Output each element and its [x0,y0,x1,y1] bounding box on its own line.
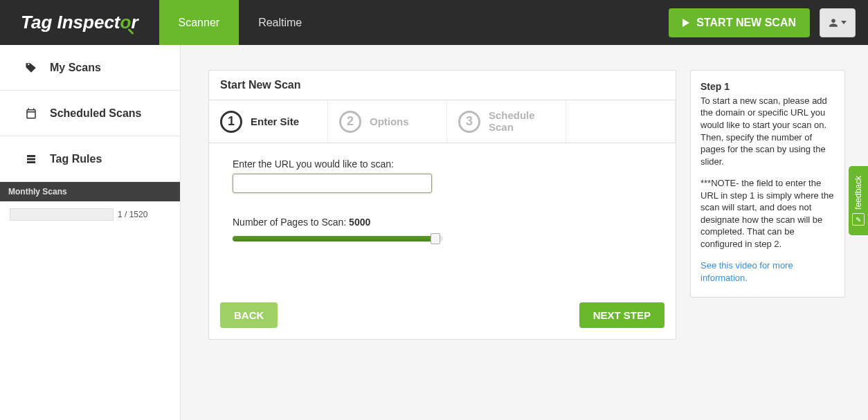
start-new-scan-button[interactable]: START NEW SCAN [669,8,810,37]
topbar: Tag Inspector Scanner Realtime START NEW… [0,0,868,45]
wizard-step-3[interactable]: 3 ScheduleScan [447,100,566,143]
pages-label: Number of Pages to Scan: 5000 [233,217,652,228]
sidebar-item-label: My Scans [50,62,101,74]
main-content: Start New Scan 1 Enter Site 2 Options 3 … [181,45,868,420]
sidebar-item-tag-rules[interactable]: Tag Rules [0,136,180,182]
next-step-button[interactable]: NEXT STEP [579,302,664,328]
wizard-title: Start New Scan [209,71,676,100]
slider-handle[interactable] [431,233,440,244]
pages-value: 5000 [349,217,370,228]
pages-slider[interactable] [233,232,443,244]
user-icon [829,18,838,28]
url-field-label: Enter the URL you would like to scan: [233,158,652,170]
monthly-scans-progress: 1 / 1520 [0,201,180,228]
help-paragraph-2: ***NOTE- the field to enter the URL in s… [700,177,836,250]
nav-tabs: Scanner Realtime [159,0,322,45]
topbar-right: START NEW SCAN [669,0,868,45]
monthly-scans-label: Monthly Scans [0,182,180,201]
help-card: Step 1 To start a new scan, please add t… [690,70,845,298]
wizard-step-spacer [566,100,676,143]
chevron-down-icon [841,21,847,24]
step-label: Enter Site [251,116,299,127]
logo-o: o [120,12,132,33]
nav-tab-realtime[interactable]: Realtime [239,0,321,45]
step-label: Options [370,116,409,127]
list-icon [25,153,37,165]
feedback-icon: ✎ [852,213,865,226]
sidebar-item-scheduled-scans[interactable]: Scheduled Scans [0,91,180,136]
progress-text: 1 / 1520 [118,210,147,219]
user-menu-button[interactable] [820,8,856,37]
logo: Tag Inspector [0,0,159,45]
play-icon [682,19,689,27]
help-paragraph-1: To start a new scan, please add the doma… [700,95,836,167]
layout: My Scans Scheduled Scans Tag Rules Month… [0,45,868,420]
feedback-label: feedback [853,176,863,210]
nav-tab-scanner[interactable]: Scanner [159,0,239,45]
sidebar: My Scans Scheduled Scans Tag Rules Month… [0,45,181,420]
wizard-body: Enter the URL you would like to scan: Nu… [209,143,676,291]
pages-prefix: Number of Pages to Scan: [233,217,349,228]
step-number-icon: 3 [458,111,480,133]
wizard-steps: 1 Enter Site 2 Options 3 ScheduleScan [209,100,676,143]
step-number-icon: 1 [220,111,242,133]
step-number-icon: 2 [339,111,361,133]
start-new-scan-label: START NEW SCAN [696,17,796,29]
wizard-step-2[interactable]: 2 Options [328,100,447,143]
help-video-link[interactable]: See this video for more information. [700,260,793,283]
calendar-icon [25,107,37,120]
pages-row: Number of Pages to Scan: 5000 [233,217,652,244]
logo-text-1: Tag Inspect [21,12,120,33]
sidebar-item-label: Scheduled Scans [50,107,142,120]
wizard-step-1[interactable]: 1 Enter Site [209,100,328,143]
back-button[interactable]: BACK [220,302,278,328]
wizard-footer: BACK NEXT STEP [209,291,676,339]
feedback-tab[interactable]: feedback ✎ [849,166,868,235]
sidebar-item-label: Tag Rules [50,153,102,165]
url-input[interactable] [233,174,432,193]
tag-icon [25,62,37,74]
slider-fill [233,236,435,241]
step-label: ScheduleScan [489,110,535,133]
logo-text-2: r [131,12,138,33]
help-heading: Step 1 [700,80,836,93]
progress-bar [10,208,114,221]
wizard-card: Start New Scan 1 Enter Site 2 Options 3 … [208,70,676,340]
sidebar-item-my-scans[interactable]: My Scans [0,45,180,91]
